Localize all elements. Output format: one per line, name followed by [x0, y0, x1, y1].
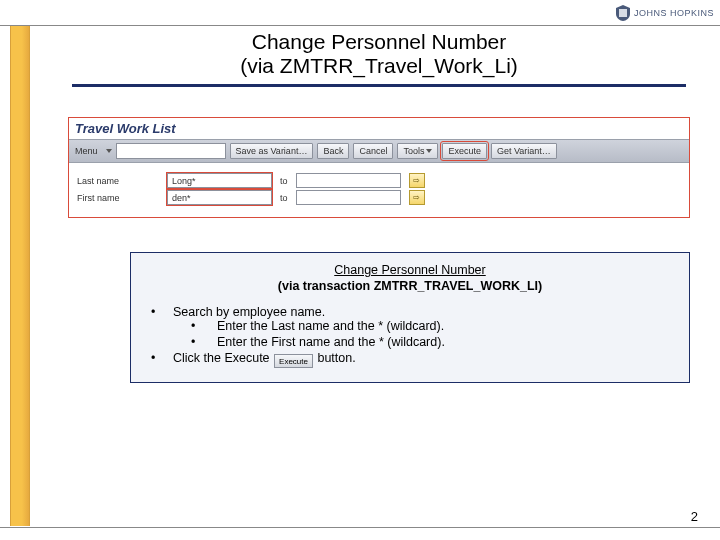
to-label-2: to [280, 193, 288, 203]
bottom-rule [0, 527, 720, 528]
brand-logo: JOHNS HOPKINS [616, 5, 714, 21]
accent-stripe [10, 26, 30, 526]
instruction-box: Change Personnel Number (via transaction… [130, 252, 690, 383]
chevron-down-icon [106, 149, 112, 153]
multi-select-icon[interactable]: ⇨ [409, 173, 425, 188]
instruction-1a: Enter the Last name and the * (wildcard)… [217, 319, 675, 333]
execute-button[interactable]: Execute [442, 143, 487, 159]
shield-icon [616, 5, 630, 21]
menu-label: Menu [75, 146, 98, 156]
svg-rect-0 [619, 9, 627, 17]
instruction-heading-2: (via transaction ZMTRR_TRAVEL_WORK_LI) [278, 279, 542, 293]
multi-select-icon-2[interactable]: ⇨ [409, 190, 425, 205]
menu-select[interactable] [116, 143, 226, 159]
instruction-1: Search by employee name. • Enter the Las… [173, 305, 675, 349]
page-number: 2 [691, 509, 698, 524]
firstname-label: First name [77, 193, 167, 203]
bullet: • [191, 335, 217, 349]
lastname-label: Last name [77, 176, 167, 186]
chevron-down-icon [426, 149, 432, 153]
sap-screenshot: Travel Work List Menu Save as Variant… B… [68, 117, 690, 218]
sap-toolbar: Menu Save as Variant… Back Cancel Tools … [69, 139, 689, 163]
cancel-button[interactable]: Cancel [353, 143, 393, 159]
title-line-1: Change Personnel Number [62, 30, 696, 54]
slide-content: Change Personnel Number (via ZMTRR_Trave… [32, 26, 712, 526]
sap-form: Last name Long* to ⇨ First name den* to … [69, 163, 689, 217]
title-underline [72, 84, 686, 87]
title-line-2: (via ZMTRR_Travel_Work_Li) [62, 54, 696, 78]
bullet: • [151, 305, 173, 349]
slide-title: Change Personnel Number (via ZMTRR_Trave… [62, 30, 696, 87]
instruction-heading: Change Personnel Number (via transaction… [145, 263, 675, 294]
back-button[interactable]: Back [317, 143, 349, 159]
sap-row-firstname: First name den* to ⇨ [77, 190, 681, 205]
lastname-to-input[interactable] [296, 173, 401, 188]
firstname-input[interactable]: den* [167, 190, 272, 205]
brand-text: JOHNS HOPKINS [634, 8, 714, 18]
save-variant-button[interactable]: Save as Variant… [230, 143, 314, 159]
sap-window-title: Travel Work List [69, 118, 689, 139]
sap-row-lastname: Last name Long* to ⇨ [77, 173, 681, 188]
tools-button[interactable]: Tools [397, 143, 438, 159]
instruction-1b: Enter the First name and the * (wildcard… [217, 335, 675, 349]
firstname-to-input[interactable] [296, 190, 401, 205]
to-label: to [280, 176, 288, 186]
execute-inline-button: Execute [274, 354, 313, 368]
bullet: • [151, 351, 173, 369]
get-variant-button[interactable]: Get Variant… [491, 143, 557, 159]
bullet: • [191, 319, 217, 333]
instruction-2: Click the Execute Execute button. [173, 351, 675, 369]
instruction-heading-1: Change Personnel Number [334, 263, 485, 277]
top-bar: JOHNS HOPKINS [0, 0, 720, 26]
instruction-list: • Search by employee name. • Enter the L… [145, 305, 675, 369]
lastname-input[interactable]: Long* [167, 173, 272, 188]
